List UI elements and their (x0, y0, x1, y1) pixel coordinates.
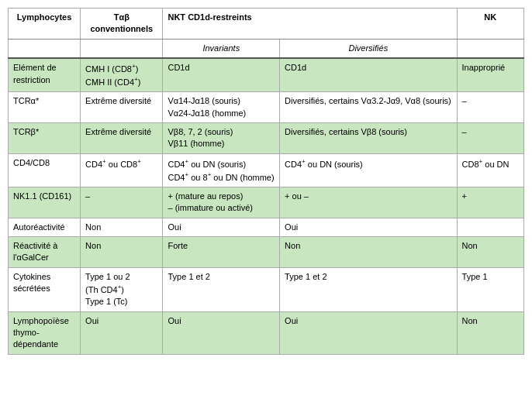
cell: NK1.1 (CD161) (9, 187, 81, 218)
cell: Diversifiés, certains Vβ8 (souris) (280, 123, 457, 154)
table-row-tcr-beta: TCRβ*Extrême diversitéVβ8, 7, 2 (souris)… (9, 123, 524, 154)
cell: Non (81, 218, 163, 236)
cell: Oui (163, 218, 280, 236)
cell: Lymphopoïèse thymo-dépendante (9, 311, 81, 354)
cell: Non (280, 237, 457, 268)
cell: CD8+ ou DN (457, 153, 523, 187)
cell: Type 1 ou 2(Th CD4+)Type 1 (Tc) (81, 267, 163, 311)
cell (457, 218, 523, 236)
cell: TCRα* (9, 92, 81, 123)
table-row-element-restriction: Elément de restrictionCMH I (CD8+)CMH II… (9, 58, 524, 92)
cell: Diversifiés, certains Vα3.2-Jα9, Vα8 (so… (280, 92, 457, 123)
cell: Oui (280, 311, 457, 354)
sub-header-empty-2 (81, 39, 163, 58)
header-nk: NK (457, 9, 523, 40)
table-row-cd4-cd8: CD4/CD8CD4+ ou CD8+CD4+ ou DN (souris)CD… (9, 153, 524, 187)
table-row-tcr-alpha: TCRα*Extrême diversitéVα14-Jα18 (souris)… (9, 92, 524, 123)
cell: CD4+ ou DN (souris) (280, 153, 457, 187)
cell: Oui (280, 218, 457, 236)
cell: CD1d (280, 58, 457, 92)
sub-header-row: Invariants Diversifiés (9, 39, 524, 58)
cell: Oui (163, 311, 280, 354)
table-body: Elément de restrictionCMH I (CD8+)CMH II… (9, 58, 524, 354)
cell: + (mature au repos)– (immature ou activé… (163, 187, 280, 218)
cell: Cytokines sécrétées (9, 267, 81, 311)
cell: Forte (163, 237, 280, 268)
cell: Extrême diversité (81, 92, 163, 123)
comparison-table: Lymphocytes Tαβ conventionnels NKT CD1d-… (8, 8, 524, 355)
cell: – (81, 187, 163, 218)
sub-header-diversifies: Diversifiés (280, 39, 457, 58)
table-row-cytokines: Cytokines sécrétéesType 1 ou 2(Th CD4+)T… (9, 267, 524, 311)
sub-header-empty-3 (457, 39, 523, 58)
cell: Oui (81, 311, 163, 354)
cell: Réactivité à l'αGalCer (9, 237, 81, 268)
header-tab-conv: Tαβ conventionnels (81, 9, 163, 40)
cell: Type 1 et 2 (280, 267, 457, 311)
table-row-lymphopoiese: Lymphopoïèse thymo-dépendanteOuiOuiOuiNo… (9, 311, 524, 354)
cell: CD4+ ou CD8+ (81, 153, 163, 187)
cell: Extrême diversité (81, 123, 163, 154)
cell: – (457, 123, 523, 154)
table-row-autoreactivite: AutoréactivitéNonOuiOui (9, 218, 524, 236)
cell: – (457, 92, 523, 123)
cell: Type 1 et 2 (163, 267, 280, 311)
cell: Vβ8, 7, 2 (souris)Vβ11 (homme) (163, 123, 280, 154)
cell: Non (457, 237, 523, 268)
cell: + (457, 187, 523, 218)
sub-header-invariants: Invariants (163, 39, 280, 58)
table-row-nk1: NK1.1 (CD161)–+ (mature au repos)– (imma… (9, 187, 524, 218)
cell: Non (81, 237, 163, 268)
cell: Non (457, 311, 523, 354)
cell: Autoréactivité (9, 218, 81, 236)
cell: Inapproprié (457, 58, 523, 92)
cell: CD1d (163, 58, 280, 92)
table-row-reactivite: Réactivité à l'αGalCerNonForteNonNon (9, 237, 524, 268)
cell: CMH I (CD8+)CMH II (CD4+) (81, 58, 163, 92)
cell: Elément de restriction (9, 58, 81, 92)
cell: + ou – (280, 187, 457, 218)
header-nkt: NKT CD1d-restreints (163, 9, 457, 40)
cell: Vα14-Jα18 (souris)Vα24-Jα18 (homme) (163, 92, 280, 123)
cell: CD4+ ou DN (souris)CD4+ ou 8+ ou DN (hom… (163, 153, 280, 187)
cell: CD4/CD8 (9, 153, 81, 187)
header-lymphocytes: Lymphocytes (9, 9, 81, 40)
main-header-row: Lymphocytes Tαβ conventionnels NKT CD1d-… (9, 9, 524, 40)
cell: Type 1 (457, 267, 523, 311)
cell: TCRβ* (9, 123, 81, 154)
sub-header-empty-1 (9, 39, 81, 58)
